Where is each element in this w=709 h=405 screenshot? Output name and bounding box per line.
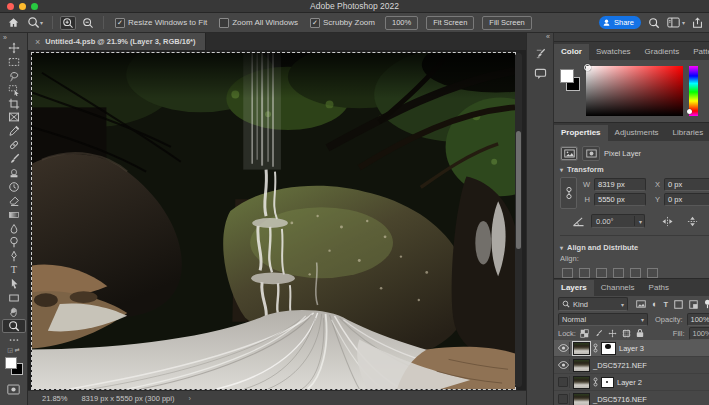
- link-dimensions-toggle[interactable]: [560, 177, 577, 209]
- collapse-panels-icon[interactable]: »: [554, 33, 709, 41]
- tab-paths[interactable]: Paths: [642, 280, 676, 296]
- filter-toggle-pin-icon[interactable]: [704, 299, 709, 309]
- lock-transparency-icon[interactable]: [580, 329, 589, 338]
- layer-thumbnail[interactable]: [573, 376, 590, 389]
- transform-section-header[interactable]: ▾ Transform: [560, 162, 709, 176]
- lock-all-icon[interactable]: [636, 328, 644, 338]
- hue-slider[interactable]: [689, 66, 698, 116]
- zoom-tool[interactable]: [2, 319, 26, 333]
- move-tool[interactable]: [2, 41, 26, 55]
- blend-mode-select[interactable]: Normal ▾: [558, 313, 648, 326]
- visibility-toggle[interactable]: [557, 342, 570, 354]
- filter-type-icon[interactable]: T: [663, 300, 668, 309]
- visibility-toggle[interactable]: [557, 376, 570, 388]
- zoom-out-button[interactable]: [80, 16, 96, 30]
- edit-toolbar-button[interactable]: [2, 333, 26, 347]
- y-field[interactable]: 0 px: [664, 193, 709, 206]
- pen-tool[interactable]: [2, 249, 26, 263]
- share-button[interactable]: Share: [599, 16, 641, 29]
- current-tool-indicator[interactable]: ▾: [25, 15, 45, 30]
- layer-thumbnail[interactable]: [573, 359, 590, 372]
- quick-mask-button[interactable]: [2, 383, 26, 397]
- eraser-tool[interactable]: [2, 194, 26, 208]
- opacity-select[interactable]: 100% ▾: [687, 313, 709, 326]
- foreground-color-swatch[interactable]: [5, 357, 17, 369]
- layer-thumbnail[interactable]: [573, 393, 590, 405]
- filter-adjustment-icon[interactable]: ◐: [652, 300, 657, 309]
- object-selection-tool[interactable]: [2, 83, 26, 97]
- fit-screen-button[interactable]: Fit Screen: [426, 16, 474, 30]
- frame-tool[interactable]: [2, 110, 26, 124]
- history-panel-button[interactable]: [530, 44, 550, 62]
- align-section-header[interactable]: ▾ Align and Distribute: [560, 240, 709, 254]
- lasso-tool[interactable]: [2, 69, 26, 83]
- tab-swatches[interactable]: Swatches: [589, 44, 638, 60]
- layer-name[interactable]: _DSC5716.NEF: [593, 395, 647, 404]
- layer-name[interactable]: Layer 2: [617, 378, 642, 387]
- document-image[interactable]: [32, 53, 515, 389]
- filter-pixel-icon[interactable]: [636, 300, 646, 308]
- mask-filter-button[interactable]: [582, 146, 600, 161]
- tab-gradients[interactable]: Gradients: [638, 44, 687, 60]
- resize-windows-checkbox[interactable]: ✓ Resize Windows to Fit: [115, 18, 207, 28]
- zoom-level-field[interactable]: 21.85%: [42, 394, 67, 403]
- visibility-toggle[interactable]: [557, 393, 570, 405]
- scrollbar-thumb[interactable]: [516, 131, 521, 249]
- foreground-color-swatch[interactable]: [560, 69, 574, 83]
- type-tool[interactable]: T: [2, 263, 26, 277]
- panel-color-swatches[interactable]: [560, 69, 580, 91]
- search-icon[interactable]: [648, 17, 660, 29]
- lock-artboard-icon[interactable]: [622, 329, 631, 338]
- pixel-layer-filter-button[interactable]: [560, 146, 578, 161]
- rectangle-shape-tool[interactable]: [2, 291, 26, 305]
- tab-patterns[interactable]: Patterns: [686, 44, 709, 60]
- filter-smart-object-icon[interactable]: [689, 300, 698, 309]
- history-brush-tool[interactable]: [2, 180, 26, 194]
- home-button[interactable]: [6, 15, 21, 30]
- workspace-switcher[interactable]: ▾: [667, 17, 685, 28]
- height-field[interactable]: 5550 px: [594, 193, 646, 206]
- blur-tool[interactable]: [2, 222, 26, 236]
- path-selection-tool[interactable]: [2, 277, 26, 291]
- flip-vertical-button[interactable]: [686, 216, 699, 227]
- zoom-in-button[interactable]: [60, 16, 76, 30]
- layer-name[interactable]: _DSC5721.NEF: [593, 361, 647, 370]
- color-picker-marker[interactable]: [584, 64, 591, 71]
- tab-layers[interactable]: Layers: [554, 280, 594, 296]
- visibility-toggle[interactable]: [557, 359, 570, 371]
- tab-libraries[interactable]: Libraries: [666, 125, 709, 141]
- layer-mask-thumbnail[interactable]: [601, 342, 616, 355]
- filter-shape-icon[interactable]: [674, 300, 683, 309]
- status-expand-icon[interactable]: ›: [188, 394, 191, 403]
- healing-brush-tool[interactable]: [2, 138, 26, 152]
- crop-tool[interactable]: [2, 97, 26, 111]
- eyedropper-tool[interactable]: [2, 124, 26, 138]
- swap-colors-icon[interactable]: ◲ ⇄: [7, 347, 19, 354]
- layer-mask-thumbnail[interactable]: [601, 377, 614, 388]
- canvas-area[interactable]: [28, 50, 526, 390]
- tab-adjustments[interactable]: Adjustments: [608, 125, 666, 141]
- flip-horizontal-button[interactable]: [661, 216, 674, 227]
- tab-properties[interactable]: Properties: [554, 125, 608, 141]
- hue-slider-marker[interactable]: [687, 109, 692, 114]
- gradient-tool[interactable]: [2, 208, 26, 222]
- fill-select[interactable]: 100% ▾: [689, 327, 709, 340]
- expand-panels-icon[interactable]: «: [546, 33, 550, 41]
- canvas-vertical-scrollbar[interactable]: [515, 53, 522, 387]
- layer-filter-select[interactable]: Kind ▾: [558, 297, 628, 311]
- document-tab[interactable]: × Untitled-4.psb @ 21.9% (Layer 3, RGB/1…: [28, 33, 206, 50]
- lock-pixels-icon[interactable]: [594, 329, 603, 338]
- align-buttons-row[interactable]: [562, 268, 709, 278]
- layer-row-dsc5721[interactable]: _DSC5721.NEF: [554, 357, 709, 374]
- rectangular-marquee-tool[interactable]: [2, 55, 26, 69]
- zoom-all-windows-checkbox[interactable]: ✓ Zoom All Windows: [219, 18, 298, 28]
- comments-panel-button[interactable]: [530, 65, 550, 83]
- layer-thumbnail[interactable]: [573, 342, 590, 355]
- layer-name[interactable]: Layer 3: [619, 344, 644, 353]
- lock-position-icon[interactable]: [608, 329, 617, 338]
- tab-color[interactable]: Color: [554, 44, 589, 60]
- clone-stamp-tool[interactable]: [2, 166, 26, 180]
- dodge-tool[interactable]: [2, 235, 26, 249]
- fill-screen-button[interactable]: Fill Screen: [482, 16, 531, 30]
- saturation-brightness-field[interactable]: [586, 66, 683, 116]
